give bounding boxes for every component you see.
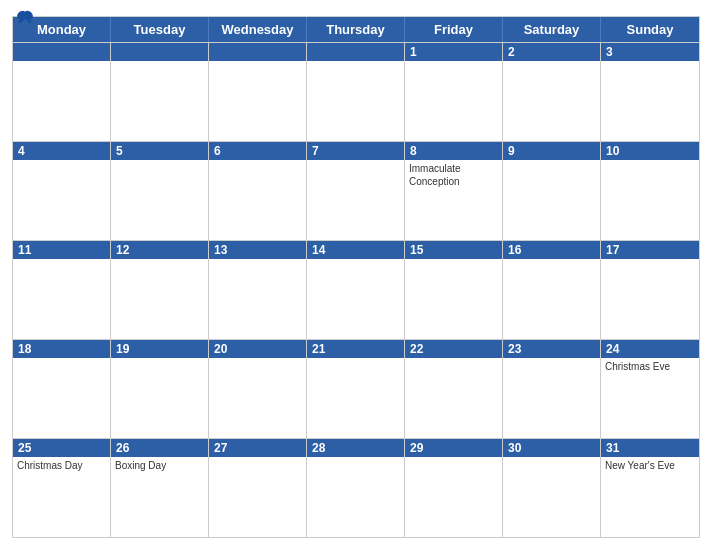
day-cell: 20 bbox=[209, 339, 307, 438]
day-event: Christmas Eve bbox=[601, 358, 699, 375]
day-cell: 15 bbox=[405, 240, 503, 339]
day-cell: 9 bbox=[503, 141, 601, 240]
day-number: 7 bbox=[307, 142, 404, 160]
day-number bbox=[307, 43, 404, 61]
day-cell: 10 bbox=[601, 141, 699, 240]
day-cell: 5 bbox=[111, 141, 209, 240]
logo bbox=[12, 10, 34, 24]
day-number: 15 bbox=[405, 241, 502, 259]
day-header-friday: Friday bbox=[405, 17, 503, 42]
day-header-tuesday: Tuesday bbox=[111, 17, 209, 42]
day-cell: 8Immaculate Conception bbox=[405, 141, 503, 240]
day-number: 25 bbox=[13, 439, 110, 457]
day-number: 6 bbox=[209, 142, 306, 160]
day-header-sunday: Sunday bbox=[601, 17, 699, 42]
day-number: 16 bbox=[503, 241, 600, 259]
day-number: 30 bbox=[503, 439, 600, 457]
day-number: 4 bbox=[13, 142, 110, 160]
day-cell: 3 bbox=[601, 42, 699, 141]
calendar-grid: MondayTuesdayWednesdayThursdayFridaySatu… bbox=[12, 16, 700, 538]
day-number: 17 bbox=[601, 241, 699, 259]
day-cell: 1 bbox=[405, 42, 503, 141]
day-cell: 17 bbox=[601, 240, 699, 339]
day-number: 2 bbox=[503, 43, 600, 61]
day-cell: 21 bbox=[307, 339, 405, 438]
day-cell: 24Christmas Eve bbox=[601, 339, 699, 438]
logo-bird-icon bbox=[16, 10, 34, 24]
day-number: 21 bbox=[307, 340, 404, 358]
day-header-wednesday: Wednesday bbox=[209, 17, 307, 42]
day-cell: 7 bbox=[307, 141, 405, 240]
day-cell: 6 bbox=[209, 141, 307, 240]
day-cell: 29 bbox=[405, 438, 503, 537]
weeks-container: 12345678Immaculate Conception91011121314… bbox=[13, 42, 699, 537]
day-cell: 19 bbox=[111, 339, 209, 438]
day-cell: 28 bbox=[307, 438, 405, 537]
day-number: 10 bbox=[601, 142, 699, 160]
day-cell: 2 bbox=[503, 42, 601, 141]
day-number: 22 bbox=[405, 340, 502, 358]
day-number: 12 bbox=[111, 241, 208, 259]
day-cell: 30 bbox=[503, 438, 601, 537]
week-row-4: 18192021222324Christmas Eve bbox=[13, 339, 699, 438]
day-number: 18 bbox=[13, 340, 110, 358]
week-row-3: 11121314151617 bbox=[13, 240, 699, 339]
day-number: 20 bbox=[209, 340, 306, 358]
day-cell: 27 bbox=[209, 438, 307, 537]
day-headers: MondayTuesdayWednesdayThursdayFridaySatu… bbox=[13, 17, 699, 42]
day-cell: 14 bbox=[307, 240, 405, 339]
day-header-saturday: Saturday bbox=[503, 17, 601, 42]
day-cell: 11 bbox=[13, 240, 111, 339]
day-number: 31 bbox=[601, 439, 699, 457]
day-number: 8 bbox=[405, 142, 502, 160]
week-row-5: 25Christmas Day26Boxing Day2728293031New… bbox=[13, 438, 699, 537]
day-cell bbox=[307, 42, 405, 141]
day-number: 11 bbox=[13, 241, 110, 259]
day-number: 13 bbox=[209, 241, 306, 259]
day-cell bbox=[111, 42, 209, 141]
day-number: 1 bbox=[405, 43, 502, 61]
day-cell: 31New Year's Eve bbox=[601, 438, 699, 537]
day-number: 27 bbox=[209, 439, 306, 457]
day-number: 28 bbox=[307, 439, 404, 457]
day-number: 3 bbox=[601, 43, 699, 61]
week-row-2: 45678Immaculate Conception910 bbox=[13, 141, 699, 240]
day-number: 5 bbox=[111, 142, 208, 160]
day-number bbox=[13, 43, 110, 61]
day-cell: 25Christmas Day bbox=[13, 438, 111, 537]
week-row-1: 123 bbox=[13, 42, 699, 141]
day-event: Immaculate Conception bbox=[405, 160, 502, 190]
day-number bbox=[111, 43, 208, 61]
day-number bbox=[209, 43, 306, 61]
day-cell bbox=[209, 42, 307, 141]
day-number: 29 bbox=[405, 439, 502, 457]
day-number: 14 bbox=[307, 241, 404, 259]
day-cell: 12 bbox=[111, 240, 209, 339]
day-cell: 22 bbox=[405, 339, 503, 438]
day-cell: 4 bbox=[13, 141, 111, 240]
day-number: 19 bbox=[111, 340, 208, 358]
day-event: New Year's Eve bbox=[601, 457, 699, 474]
day-header-thursday: Thursday bbox=[307, 17, 405, 42]
day-cell bbox=[13, 42, 111, 141]
day-event: Boxing Day bbox=[111, 457, 208, 474]
day-number: 9 bbox=[503, 142, 600, 160]
day-cell: 26Boxing Day bbox=[111, 438, 209, 537]
day-cell: 23 bbox=[503, 339, 601, 438]
day-cell: 18 bbox=[13, 339, 111, 438]
day-cell: 13 bbox=[209, 240, 307, 339]
day-event: Christmas Day bbox=[13, 457, 110, 474]
day-number: 26 bbox=[111, 439, 208, 457]
day-number: 24 bbox=[601, 340, 699, 358]
day-number: 23 bbox=[503, 340, 600, 358]
day-cell: 16 bbox=[503, 240, 601, 339]
calendar-wrapper: MondayTuesdayWednesdayThursdayFridaySatu… bbox=[0, 0, 712, 550]
